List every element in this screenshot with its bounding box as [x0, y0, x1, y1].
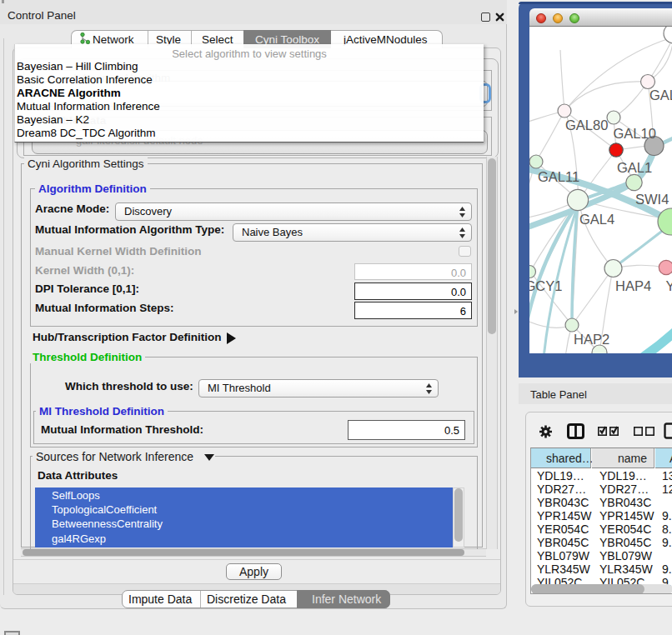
svg-text:GAL10: GAL10 — [614, 126, 656, 141]
svg-text:GCY1: GCY1 — [529, 278, 562, 293]
svg-text:YM: YM — [666, 278, 672, 293]
svg-text:GAL4: GAL4 — [579, 212, 614, 227]
svg-text:HAP4: HAP4 — [615, 278, 651, 293]
svg-text:SWI4: SWI4 — [635, 192, 669, 207]
svg-text:GAL80: GAL80 — [565, 118, 608, 132]
svg-text:GAL11: GAL11 — [538, 169, 579, 184]
svg-text:GAL7: GAL7 — [649, 88, 672, 102]
svg-text:HAP2: HAP2 — [574, 332, 609, 347]
svg-text:GAL1: GAL1 — [617, 160, 652, 175]
